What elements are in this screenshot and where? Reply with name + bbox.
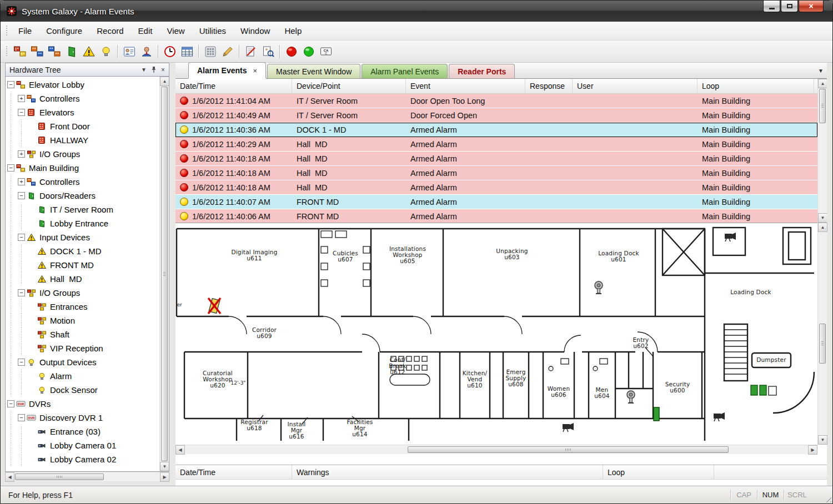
- column-header-loop[interactable]: Loop: [697, 79, 814, 93]
- tree-node-lobby-camera-02[interactable]: Lobby Camera 02: [6, 452, 159, 466]
- event-table-scrollbar-thumb[interactable]: [819, 89, 826, 123]
- tab-close-icon[interactable]: ×: [253, 67, 257, 75]
- menu-item-view[interactable]: View: [159, 22, 192, 39]
- menu-item-edit[interactable]: Edit: [131, 22, 160, 39]
- hardware-tree-header[interactable]: Hardware Tree ▼ ×: [5, 63, 169, 77]
- toolbar-find-events-button[interactable]: [242, 43, 259, 60]
- scroll-right-icon[interactable]: ▶: [808, 445, 817, 455]
- tree-node-main-building[interactable]: −Main Building: [6, 161, 159, 175]
- scroll-up-icon[interactable]: ▲: [160, 77, 169, 86]
- toolbar-cac-card-button[interactable]: CAC: [317, 43, 334, 60]
- minimize-button[interactable]: [763, 1, 780, 12]
- pin-icon[interactable]: [151, 66, 157, 73]
- panel-splitter[interactable]: [169, 63, 175, 481]
- toolbar-keypad-button[interactable]: [202, 43, 219, 60]
- toolbar-find-badges-button[interactable]: [259, 43, 277, 60]
- tree-expander-minus-icon[interactable]: −: [7, 400, 14, 407]
- menu-item-file[interactable]: File: [11, 22, 39, 39]
- maximize-button[interactable]: [781, 1, 798, 12]
- event-row[interactable]: 1/6/2012 11:40:18 AMHall MDArmed AlarmMa…: [175, 152, 817, 166]
- tree-expander-minus-icon[interactable]: −: [18, 192, 25, 199]
- toolbar-input-devices-button[interactable]: [80, 43, 97, 60]
- toolbar-devices-button[interactable]: [46, 43, 63, 60]
- tree-expander-minus-icon[interactable]: −: [18, 359, 25, 366]
- toolbar-alarm-state-button[interactable]: [283, 43, 300, 60]
- floor-plan-vertical-scrollbar[interactable]: ▲ ▼: [817, 223, 827, 445]
- tree-node-doors-readers[interactable]: −Doors/Readers: [6, 189, 159, 203]
- tree-node-discovery-dvr-1[interactable]: −DVRDiscovery DVR 1: [6, 411, 159, 425]
- toolbar-output-devices-button[interactable]: [97, 43, 114, 60]
- column-header-event[interactable]: Event: [406, 79, 525, 93]
- tab-master-event-window[interactable]: Master Event Window: [267, 64, 360, 78]
- tree-node-i-o-groups[interactable]: +I/O Groups: [6, 147, 159, 161]
- tree-node-input-devices[interactable]: −Input Devices: [6, 230, 159, 244]
- event-table-scrollbar[interactable]: ▲ ▼: [817, 79, 827, 223]
- tree-expander-plus-icon[interactable]: +: [18, 95, 25, 102]
- tree-node-dvrs[interactable]: −DVRDVRs: [6, 397, 159, 411]
- tab-list-dropdown-icon[interactable]: ▼: [818, 68, 824, 74]
- title-bar[interactable]: System Galaxy - Alarm Events ×: [1, 1, 832, 22]
- tree-node-entrances[interactable]: Entrances: [6, 300, 159, 314]
- tree-expander-minus-icon[interactable]: −: [7, 164, 14, 172]
- tree-node-hall-md[interactable]: Hall MD: [6, 272, 159, 286]
- tree-expander-minus-icon[interactable]: −: [7, 81, 14, 88]
- tree-expander-plus-icon[interactable]: +: [18, 178, 25, 185]
- warnings-column-header-loop[interactable]: Loop: [603, 465, 714, 479]
- tree-expander-minus-icon[interactable]: −: [18, 414, 25, 421]
- scroll-down-icon[interactable]: ▼: [160, 462, 169, 471]
- tree-node-it-server-room[interactable]: IT / Server Room: [6, 203, 159, 216]
- tree-node-elevator-lobby[interactable]: −Elevator Lobby: [6, 78, 159, 92]
- event-row[interactable]: 1/6/2012 11:40:06 AMFRONT MDArmed AlarmM…: [175, 209, 817, 223]
- menu-item-utilities[interactable]: Utilities: [192, 22, 233, 39]
- toolbar-cardholders-button[interactable]: [121, 43, 138, 60]
- warnings-column-header-date-time[interactable]: Date/Time: [175, 465, 292, 479]
- event-row[interactable]: 1/6/2012 11:40:18 AMHall MDArmed AlarmMa…: [175, 180, 817, 195]
- event-row[interactable]: 1/6/2012 11:40:36 AMDOCK 1 - MDArmed Ala…: [175, 123, 817, 137]
- event-row[interactable]: 1/6/2012 11:40:49 AMIT / Server RoomDoor…: [175, 108, 817, 123]
- column-header-device-point[interactable]: Device/Point: [292, 79, 406, 93]
- scroll-up-icon[interactable]: ▲: [818, 79, 827, 88]
- tree-scrollbar-thumb[interactable]: [161, 87, 168, 461]
- scroll-right-icon[interactable]: ▶: [160, 472, 169, 482]
- tree-node-lobby-entrance[interactable]: Lobby Entrance: [6, 216, 159, 230]
- tab-reader-ports[interactable]: Reader Ports: [449, 64, 515, 78]
- scroll-left-icon[interactable]: ◀: [175, 445, 185, 455]
- tree-node-controllers[interactable]: +Controllers: [6, 175, 159, 189]
- toolbar-controllers-button[interactable]: [28, 43, 46, 60]
- tree-node-dock-1-md[interactable]: DOCK 1 - MD: [6, 244, 159, 258]
- toolbar-edit-tools-button[interactable]: [219, 43, 236, 60]
- close-panel-icon[interactable]: ×: [161, 66, 165, 74]
- toolbar-normal-state-button[interactable]: [300, 43, 317, 60]
- column-header-response[interactable]: Response: [525, 79, 573, 93]
- toolbar-operators-button[interactable]: [138, 43, 155, 60]
- tree-node-hallway[interactable]: HALLWAY: [6, 133, 159, 147]
- tree-node-output-devices[interactable]: −Output Devices: [6, 355, 159, 369]
- warnings-column-header-warnings[interactable]: Warnings: [292, 465, 603, 479]
- toolbar-time-schedules-button[interactable]: [161, 43, 178, 60]
- tree-node-motion[interactable]: Motion: [6, 314, 159, 327]
- tree-node-controllers[interactable]: +Controllers: [6, 92, 159, 105]
- tree-hscrollbar-thumb[interactable]: [15, 473, 104, 480]
- tree-expander-minus-icon[interactable]: −: [18, 109, 25, 116]
- tree-node-i-o-groups[interactable]: −I/O Groups: [6, 286, 159, 300]
- toolbar-loops-button[interactable]: [11, 43, 28, 60]
- event-row[interactable]: 1/6/2012 11:41:04 AMIT / Server RoomDoor…: [175, 94, 817, 108]
- alarm-door-marker[interactable]: [208, 298, 220, 314]
- tree-node-dock-sensor[interactable]: Dock Sensor: [6, 383, 159, 397]
- resize-grip[interactable]: [824, 495, 831, 502]
- tab-alarm-events[interactable]: Alarm Events×: [188, 62, 266, 78]
- tree-node-entrance-03[interactable]: Entrance (03): [6, 425, 159, 439]
- tree-expander-plus-icon[interactable]: +: [18, 150, 25, 158]
- close-button[interactable]: ×: [799, 1, 824, 12]
- panel-dropdown-icon[interactable]: ▼: [141, 67, 147, 73]
- tree-node-front-door[interactable]: Front Door: [6, 119, 159, 133]
- floor-plan-vscrollbar-thumb[interactable]: [819, 324, 826, 364]
- tree-node-alarm[interactable]: Alarm: [6, 369, 159, 383]
- scroll-left-icon[interactable]: ◀: [5, 472, 14, 482]
- event-row[interactable]: 1/6/2012 11:40:29 AMHall MDArmed AlarmMa…: [175, 137, 817, 152]
- menu-item-window[interactable]: Window: [233, 22, 277, 39]
- floor-plan-hscrollbar-thumb[interactable]: [408, 446, 729, 453]
- tree-node-vip-reception[interactable]: VIP Reception: [6, 341, 159, 355]
- tab-alarm-panel-events[interactable]: Alarm Panel Events: [362, 64, 448, 78]
- toolbar-doors-button[interactable]: [63, 43, 80, 60]
